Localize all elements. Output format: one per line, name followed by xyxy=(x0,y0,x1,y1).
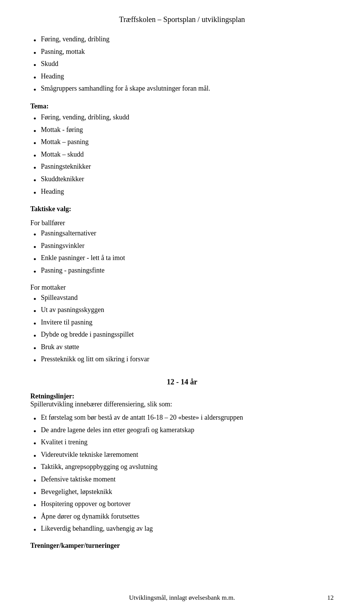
list-item: Dybde og bredde i pasningsspillet xyxy=(30,331,334,342)
list-item: Heading xyxy=(30,188,334,199)
list-item: Føring, vending, dribling, skudd xyxy=(30,113,334,124)
list-item: Pasning - pasningsfinte xyxy=(30,267,334,277)
tema-label: Tema: xyxy=(30,102,334,110)
list-item: Mottak – skudd xyxy=(30,151,334,161)
age-heading: 12 - 14 år xyxy=(30,378,334,386)
page: Træffskolen – Sportsplan / utviklingspla… xyxy=(0,0,364,613)
list-item: Bevegelighet, løpsteknikk xyxy=(30,488,334,499)
list-item: Heading xyxy=(30,72,334,83)
list-item: Kvalitet i trening xyxy=(30,438,334,449)
ballforer-list: Pasningsalternativer Pasningsvinkler Enk… xyxy=(30,229,334,277)
for-ballforer-label: For ballfører xyxy=(30,219,334,227)
page-number: 12 xyxy=(327,594,334,602)
list-item: Pressteknikk og litt om sikring i forsva… xyxy=(30,355,334,366)
list-item: Føring, vending, dribling xyxy=(30,35,334,46)
intro-list: Føring, vending, dribling Pasning, motta… xyxy=(30,35,334,96)
list-item: Videreutvikle tekniske læremoment xyxy=(30,451,334,462)
list-item: De andre lagene deles inn etter geografi… xyxy=(30,426,334,437)
list-item: Pasningsvinkler xyxy=(30,242,334,253)
list-item: Enkle pasninger - lett å ta imot xyxy=(30,254,334,265)
list-item: Åpne dører og dynamikk forutsettes xyxy=(30,513,334,524)
retningslinjer-list: Et førstelag som bør bestå av de antatt … xyxy=(30,414,334,536)
footer-text: Utviklingsmål, innlagt øvelsesbank m.m. xyxy=(0,594,364,602)
list-item: Mottak - føring xyxy=(30,126,334,137)
mottaker-list: Spilleavstand Ut av pasningsskyggen Invi… xyxy=(30,294,334,367)
list-item: Ut av pasningsskyggen xyxy=(30,306,334,317)
list-item: Mottak – pasning xyxy=(30,138,334,149)
for-mottaker-label: For mottaker xyxy=(30,284,334,292)
retningslinjer-text: Spillerutvikling innebærer differensieri… xyxy=(30,400,172,408)
list-item: Invitere til pasning xyxy=(30,318,334,329)
taktiske-valg-label: Taktiske valg: xyxy=(30,205,334,213)
list-item: Defensive taktiske moment xyxy=(30,475,334,486)
list-item: Pasning, mottak xyxy=(30,48,334,59)
list-item: Pasningsalternativer xyxy=(30,229,334,240)
retningslinjer-block: Retningslinjer: Spillerutvikling innebær… xyxy=(30,392,334,408)
retningslinjer-label: Retningslinjer: xyxy=(30,392,74,400)
list-item: Skuddteknikker xyxy=(30,175,334,186)
list-item: Taktikk, angrepsoppbygging og avslutning xyxy=(30,463,334,474)
treninger-label: Treninger/kamper/turneringer xyxy=(30,542,334,550)
list-item: Smågruppers samhandling for å skape avsl… xyxy=(30,85,334,96)
list-item: Hospitering oppover og bortover xyxy=(30,500,334,511)
page-title: Træffskolen – Sportsplan / utviklingspla… xyxy=(30,15,334,24)
list-item: Pasningsteknikker xyxy=(30,163,334,174)
tema-list: Føring, vending, dribling, skudd Mottak … xyxy=(30,113,334,198)
list-item: Bruk av støtte xyxy=(30,343,334,354)
list-item: Spilleavstand xyxy=(30,294,334,305)
list-item: Et førstelag som bør bestå av de antatt … xyxy=(30,414,334,425)
list-item: Likeverdig behandling, uavhengig av lag xyxy=(30,525,334,536)
list-item: Skudd xyxy=(30,60,334,71)
